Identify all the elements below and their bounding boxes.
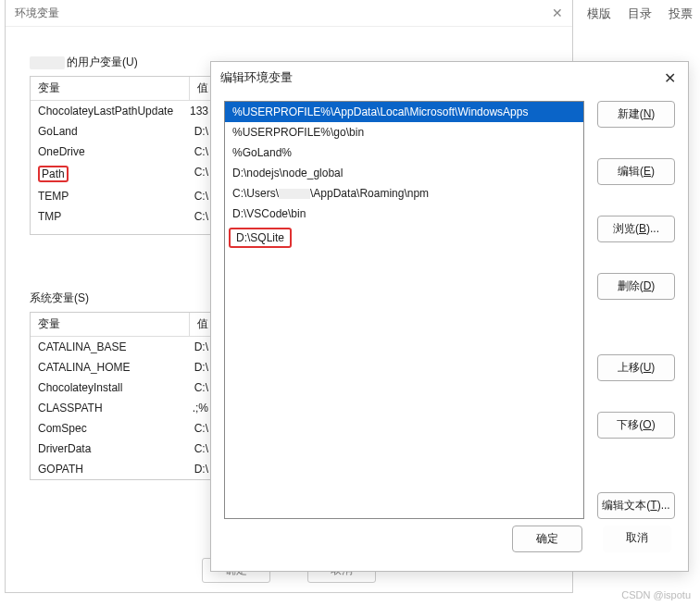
- close-icon[interactable]: ✕: [660, 69, 679, 87]
- var-name: OneDrive: [31, 143, 187, 160]
- var-name: DriverData: [31, 440, 187, 457]
- var-name: GOPATH: [31, 461, 187, 477]
- side-buttons: 新建(N) 编辑(E) 浏览(B)... 删除(D) 上移(U) 下移(O) 编…: [597, 101, 675, 526]
- table-row[interactable]: PathC:\: [31, 162, 216, 186]
- table-row[interactable]: GOPATHD:\: [31, 459, 216, 479]
- table-row[interactable]: CLASSPATH.;%: [31, 398, 216, 418]
- user-vars-table[interactable]: 变量 值 ChocolateyLastPathUpdate133GoLandD:…: [30, 76, 217, 235]
- edit-text-button[interactable]: 编辑文本(T)...: [597, 492, 675, 519]
- table-row[interactable]: CATALINA_BASED:\: [31, 337, 216, 357]
- table-row[interactable]: CATALINA_HOMED:\: [31, 357, 216, 377]
- table-row[interactable]: TEMPC:\: [31, 186, 216, 206]
- titlebar: 环境变量 ✕: [6, 0, 572, 27]
- edit-button[interactable]: 编辑(E): [597, 158, 675, 185]
- new-button[interactable]: 新建(N): [597, 101, 675, 128]
- var-name: ComSpec: [31, 420, 187, 437]
- var-name: CLASSPATH: [31, 400, 185, 416]
- move-down-button[interactable]: 下移(O): [597, 412, 675, 439]
- table-row[interactable]: ChocolateyLastPathUpdate133: [31, 101, 216, 121]
- dialog-footer: 确定 取消: [512, 526, 671, 560]
- tab-toc[interactable]: 目录: [628, 6, 652, 22]
- col-name: 变量: [31, 313, 190, 336]
- close-icon[interactable]: ✕: [552, 6, 563, 20]
- list-item-highlighted[interactable]: D:\SQLite: [229, 228, 292, 248]
- censored-username: [279, 189, 310, 199]
- table-row[interactable]: OneDriveC:\: [31, 142, 216, 162]
- delete-button[interactable]: 删除(D): [597, 273, 675, 300]
- path-list[interactable]: %USERPROFILE%\AppData\Local\Microsoft\Wi…: [224, 101, 584, 519]
- censored-username: [30, 56, 65, 69]
- var-name: CATALINA_HOME: [31, 359, 187, 376]
- var-name: ChocolateyInstall: [31, 379, 187, 396]
- table-row[interactable]: DriverDataC:\: [31, 439, 216, 459]
- tab-template[interactable]: 模版: [587, 6, 611, 22]
- var-name: TMP: [31, 208, 187, 225]
- table-row[interactable]: GoLandD:\: [31, 121, 216, 142]
- move-up-button[interactable]: 上移(U): [597, 354, 675, 381]
- list-item[interactable]: D:\VSCode\bin: [225, 204, 583, 224]
- list-item[interactable]: %GoLand%: [225, 142, 583, 163]
- var-name: CATALINA_BASE: [31, 339, 187, 355]
- var-name: TEMP: [31, 188, 187, 204]
- col-name: 变量: [31, 77, 190, 100]
- var-name: ChocolateyLastPathUpdate: [31, 103, 182, 119]
- table-header: 变量 值: [31, 77, 216, 101]
- table-row[interactable]: TMPC:\: [31, 206, 216, 227]
- edit-env-var-dialog: 编辑环境变量 ✕ %USERPROFILE%\AppData\Local\Mic…: [210, 61, 689, 572]
- list-item[interactable]: %USERPROFILE%\go\bin: [225, 122, 583, 142]
- var-name: GoLand: [31, 123, 187, 140]
- table-row[interactable]: ChocolateyInstallC:\: [31, 377, 216, 398]
- tab-vote[interactable]: 投票: [669, 6, 693, 22]
- dialog-title: 编辑环境变量: [220, 69, 293, 86]
- dialog-title: 环境变量: [15, 6, 59, 21]
- list-item[interactable]: C:\Users\\AppData\Roaming\npm: [225, 183, 583, 204]
- ok-button[interactable]: 确定: [512, 526, 582, 552]
- watermark: CSDN @ispotu: [621, 589, 691, 600]
- list-item[interactable]: %USERPROFILE%\AppData\Local\Microsoft\Wi…: [225, 102, 583, 122]
- table-header: 变量 值: [31, 313, 216, 337]
- cancel-button[interactable]: 取消: [603, 526, 671, 552]
- table-row[interactable]: ComSpecC:\: [31, 418, 216, 439]
- sys-vars-table[interactable]: 变量 值 CATALINA_BASED:\CATALINA_HOMED:\Cho…: [30, 312, 217, 480]
- var-name: Path: [31, 164, 187, 184]
- top-tabs: 模版 目录 投票: [587, 0, 693, 28]
- browse-button[interactable]: 浏览(B)...: [597, 216, 675, 242]
- list-item[interactable]: D:\nodejs\node_global: [225, 163, 583, 183]
- titlebar: 编辑环境变量 ✕: [211, 62, 688, 93]
